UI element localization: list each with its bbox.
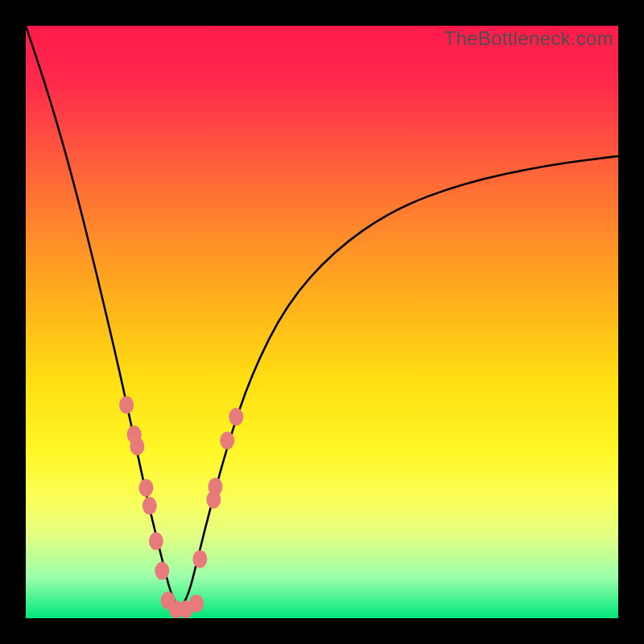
highlight-dot bbox=[189, 595, 204, 613]
bottleneck-curve bbox=[26, 26, 618, 605]
highlight-dot bbox=[208, 478, 223, 496]
highlight-dot bbox=[130, 438, 144, 456]
highlight-dot bbox=[142, 497, 157, 514]
curve-overlay bbox=[26, 26, 618, 618]
highlight-dot bbox=[229, 408, 243, 426]
highlight-dot bbox=[155, 562, 169, 580]
highlight-dots bbox=[119, 396, 243, 618]
highlight-dot bbox=[149, 532, 163, 550]
chart-frame: TheBottleneck.com bbox=[0, 0, 644, 644]
plot-area: TheBottleneck.com bbox=[26, 26, 618, 618]
highlight-dot bbox=[192, 550, 207, 568]
highlight-dot bbox=[119, 396, 134, 414]
highlight-dot bbox=[220, 431, 234, 449]
highlight-dot bbox=[138, 479, 153, 497]
